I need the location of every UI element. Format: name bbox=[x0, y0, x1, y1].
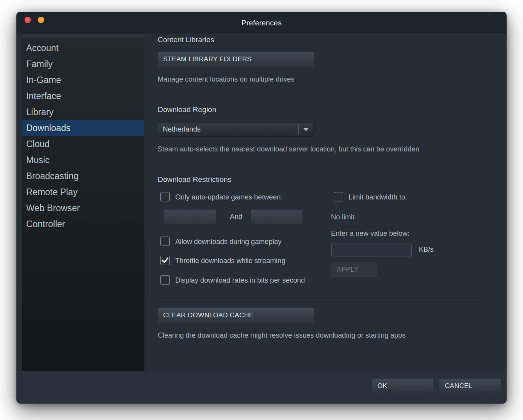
sidebar-item-cloud[interactable]: Cloud bbox=[22, 136, 144, 152]
section-divider bbox=[158, 166, 487, 166]
sidebar-item-remote-play[interactable]: Remote Play bbox=[22, 184, 144, 200]
sidebar: Account Family In-Game Interface Library… bbox=[22, 34, 144, 371]
limit-bandwidth-checkbox[interactable] bbox=[334, 192, 343, 201]
apply-button[interactable]: APPLY bbox=[331, 262, 377, 278]
sidebar-item-music[interactable]: Music bbox=[22, 152, 144, 168]
footer: OK CANCEL bbox=[16, 371, 507, 404]
check-icon bbox=[162, 257, 169, 263]
sidebar-item-in-game[interactable]: In-Game bbox=[22, 72, 144, 88]
download-region-dropdown[interactable]: Netherlands bbox=[158, 122, 314, 137]
preferences-window: Preferences Account Family In-Game Inter… bbox=[16, 12, 507, 404]
clear-download-cache-button[interactable]: CLEAR DOWNLOAD CACHE bbox=[158, 308, 314, 323]
chevron-down-icon bbox=[299, 128, 313, 131]
auto-update-start-time-field[interactable] bbox=[164, 210, 216, 224]
cancel-button[interactable]: CANCEL bbox=[439, 379, 501, 393]
limit-bandwidth-label: Limit bandwidth to: bbox=[349, 192, 407, 202]
sidebar-top-strip bbox=[22, 34, 144, 38]
throttle-downloads-streaming-checkbox[interactable] bbox=[160, 256, 170, 265]
download-restrictions-heading: Download Restrictions bbox=[158, 175, 231, 184]
display-bits-per-second-checkbox[interactable] bbox=[160, 275, 170, 285]
allow-downloads-gameplay-checkbox[interactable] bbox=[160, 237, 170, 246]
content-libraries-heading: Content Libraries bbox=[158, 35, 214, 44]
steam-library-folders-button[interactable]: STEAM LIBRARY FOLDERS bbox=[158, 52, 314, 67]
bandwidth-unit-label: KB/s bbox=[419, 246, 434, 254]
sidebar-item-broadcasting[interactable]: Broadcasting bbox=[22, 168, 144, 184]
display-bits-per-second-label: Display download rates in bits per secon… bbox=[175, 276, 305, 285]
window-title: Preferences bbox=[16, 12, 507, 34]
and-label: And bbox=[224, 213, 248, 221]
allow-downloads-gameplay-label: Allow downloads during gameplay bbox=[175, 237, 281, 246]
bandwidth-value-input[interactable] bbox=[331, 244, 412, 256]
content-libraries-description: Manage content locations on multiple dri… bbox=[158, 75, 294, 84]
sidebar-item-library[interactable]: Library bbox=[22, 104, 144, 120]
sidebar-item-downloads[interactable]: Downloads bbox=[22, 120, 144, 136]
ok-button[interactable]: OK bbox=[372, 379, 433, 393]
auto-update-between-label: Only auto-update games between: bbox=[175, 192, 283, 202]
download-region-heading: Download Region bbox=[158, 105, 216, 114]
section-divider bbox=[158, 297, 487, 297]
download-region-description: Steam auto-selects the nearest download … bbox=[158, 144, 419, 154]
auto-update-between-checkbox[interactable] bbox=[160, 192, 170, 201]
sidebar-item-account[interactable]: Account bbox=[22, 40, 144, 56]
sidebar-item-web-browser[interactable]: Web Browser bbox=[22, 200, 144, 216]
sidebar-item-family[interactable]: Family bbox=[22, 56, 144, 72]
section-divider bbox=[158, 94, 487, 94]
titlebar: Preferences bbox=[16, 12, 507, 34]
auto-update-end-time-field[interactable] bbox=[251, 210, 302, 224]
clear-cache-description: Clearing the download cache might resolv… bbox=[158, 331, 406, 340]
sidebar-item-interface[interactable]: Interface bbox=[22, 88, 144, 104]
sidebar-list: Account Family In-Game Interface Library… bbox=[22, 40, 144, 232]
throttle-downloads-streaming-label: Throttle downloads while streaming bbox=[175, 256, 285, 265]
download-region-selected-value: Netherlands bbox=[158, 125, 298, 133]
bandwidth-status: No limit bbox=[331, 212, 354, 222]
bandwidth-prompt: Enter a new value below: bbox=[331, 229, 409, 238]
sidebar-item-controller[interactable]: Controller bbox=[22, 216, 144, 232]
